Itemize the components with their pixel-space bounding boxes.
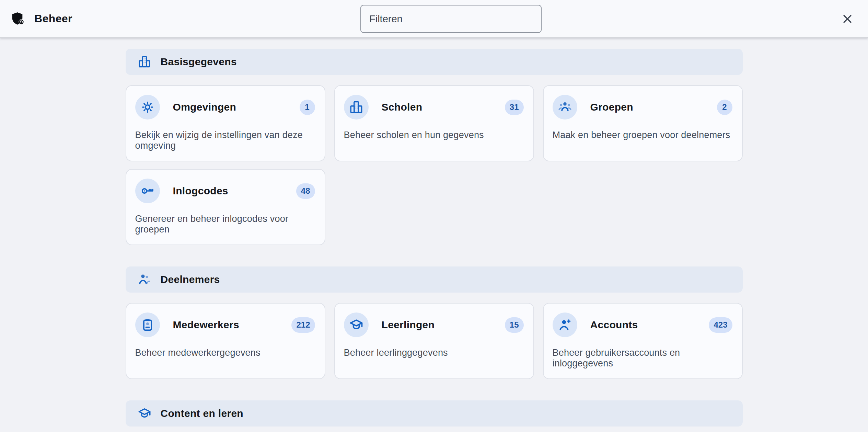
card-omgevingen[interactable]: Omgevingen 1 Bekijk en wijzig de instell… bbox=[126, 85, 325, 161]
top-bar: Beheer bbox=[0, 0, 868, 38]
person-plus-icon bbox=[553, 312, 577, 337]
section-header-basisgegevens: Basisgegevens bbox=[126, 49, 743, 75]
card-title: Inlogcodes bbox=[173, 185, 228, 197]
graduation-cap-icon bbox=[137, 406, 152, 421]
people-icon bbox=[137, 272, 152, 287]
card-title: Leerlingen bbox=[382, 319, 435, 331]
filter-input[interactable] bbox=[360, 5, 542, 33]
close-icon bbox=[842, 13, 853, 25]
card-groepen[interactable]: Groepen 2 Maak en beheer groepen voor de… bbox=[543, 85, 743, 161]
count-badge: 2 bbox=[717, 100, 732, 115]
card-description: Beheer medewerkergegevens bbox=[135, 348, 315, 358]
id-badge-icon bbox=[135, 312, 160, 337]
card-accounts[interactable]: Accounts 423 Beheer gebruikersaccounts e… bbox=[543, 303, 743, 379]
card-description: Beheer leerlinggegevens bbox=[344, 348, 524, 358]
card-scholen[interactable]: Scholen 31 Beheer scholen en hun gegeven… bbox=[334, 85, 534, 161]
count-badge: 423 bbox=[709, 317, 732, 333]
card-description: Bekijk en wijzig de instellingen van dez… bbox=[135, 130, 315, 151]
card-title: Omgevingen bbox=[173, 101, 236, 113]
section-title: Basisgegevens bbox=[161, 56, 237, 68]
page-title: Beheer bbox=[34, 12, 72, 25]
shield-user-icon bbox=[10, 11, 26, 27]
card-grid: Omgevingen 1 Bekijk en wijzig de instell… bbox=[126, 85, 743, 245]
section-title: Content en leren bbox=[161, 408, 244, 419]
group-icon bbox=[553, 95, 577, 120]
card-inlogcodes[interactable]: Inlogcodes 48 Genereer en beheer inlogco… bbox=[126, 169, 325, 245]
card-description: Genereer en beheer inlogcodes voor groep… bbox=[135, 214, 315, 235]
card-title: Accounts bbox=[590, 319, 638, 331]
card-description: Maak en beheer groepen voor deelnemers bbox=[553, 130, 732, 140]
card-description: Beheer scholen en hun gegevens bbox=[344, 130, 524, 140]
card-leerlingen[interactable]: Leerlingen 15 Beheer leerlinggegevens bbox=[334, 303, 534, 379]
card-grid: Medewerkers 212 Beheer medewerkergegeven… bbox=[126, 303, 743, 379]
building-icon bbox=[344, 95, 369, 120]
sun-icon bbox=[135, 95, 160, 120]
graduation-cap-icon bbox=[344, 312, 369, 337]
card-title: Medewerkers bbox=[173, 319, 239, 331]
count-badge: 31 bbox=[505, 100, 524, 115]
admin-panel: Basisgegevens Omgevingen 1 Bekijk en wij… bbox=[126, 38, 743, 432]
count-badge: 15 bbox=[505, 317, 524, 333]
section-header-content-en-leren: Content en leren bbox=[126, 400, 743, 427]
count-badge: 212 bbox=[291, 317, 315, 333]
count-badge: 1 bbox=[300, 100, 315, 115]
section-header-deelnemers: Deelnemers bbox=[126, 266, 743, 293]
card-title: Groepen bbox=[590, 101, 633, 113]
count-badge: 48 bbox=[296, 183, 315, 199]
close-button[interactable] bbox=[838, 9, 857, 29]
key-icon bbox=[135, 179, 160, 203]
section-content-en-leren: Content en leren Kennisbank 4 Beheer ken… bbox=[126, 400, 743, 432]
brand: Beheer bbox=[0, 11, 72, 27]
section-deelnemers: Deelnemers Medewerkers 212 bbox=[126, 266, 743, 379]
section-basisgegevens: Basisgegevens Omgevingen 1 Bekijk en wij… bbox=[126, 49, 743, 245]
building-icon bbox=[137, 55, 152, 69]
section-title: Deelnemers bbox=[161, 274, 220, 285]
card-description: Beheer gebruikersaccounts en inloggegeve… bbox=[553, 348, 732, 369]
card-medewerkers[interactable]: Medewerkers 212 Beheer medewerkergegeven… bbox=[126, 303, 325, 379]
card-title: Scholen bbox=[382, 101, 423, 113]
